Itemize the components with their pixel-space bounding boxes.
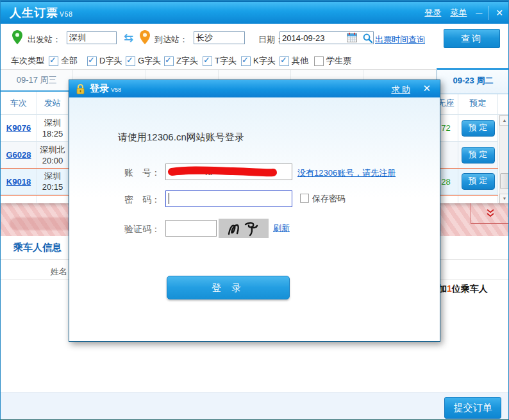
book-button[interactable]: 预 定: [462, 120, 495, 137]
date-tab-0[interactable]: 09-17 周三: [1, 70, 73, 90]
filter-checkbox-other[interactable]: ✓其他: [280, 55, 308, 67]
partial-row: [1, 196, 37, 203]
captcha-label: 验证码：: [96, 224, 160, 235]
query-button[interactable]: 查询: [444, 29, 500, 48]
col-header-book: 预定: [458, 92, 498, 115]
depart-time: 20:00: [42, 155, 63, 166]
filter-checkbox-k[interactable]: ✓K字头: [241, 55, 276, 67]
filter-checkbox-g[interactable]: ✓G字头: [126, 55, 161, 67]
account-redaction-scribble: hi 1903: [165, 164, 291, 180]
lock-icon: [76, 83, 85, 94]
search-icon: [363, 33, 372, 43]
captcha-glyphs: [219, 219, 269, 238]
captcha-input[interactable]: [165, 220, 217, 237]
filter-label: T字头: [215, 55, 237, 67]
login-dialog-version: V58: [111, 87, 121, 93]
train-number-link[interactable]: K9076: [6, 123, 31, 133]
calendar-icon[interactable]: [347, 33, 357, 42]
book-button[interactable]: 预 定: [462, 147, 495, 164]
bottom-bar: 提交订单: [1, 392, 508, 420]
checkbox-checked-icon: ✓: [203, 56, 212, 66]
login-intro-text: 请使用12306.cn网站账号登录: [118, 131, 244, 144]
book-button[interactable]: 预 定: [462, 173, 495, 190]
minimize-button[interactable]: ─: [476, 8, 482, 18]
to-label: 到达站：: [154, 34, 188, 46]
to-input[interactable]: [194, 31, 245, 44]
train-type-filter-bar: 车次类型 ✓全部 ✓D字头 ✓G字头 ✓Z字头 ✓T字头 ✓K字头 ✓其他 学生…: [1, 52, 508, 70]
help-link[interactable]: 求 助: [391, 84, 410, 96]
from-label: 出发站：: [28, 34, 61, 46]
scroll-down-button[interactable]: ▼: [499, 194, 509, 204]
col-header-from: 发站: [37, 92, 69, 115]
login-dialog-title-text: 登录: [90, 83, 109, 94]
scroll-thumb[interactable]: [500, 173, 509, 189]
titlebar-menu-link[interactable]: 菜单: [450, 7, 467, 19]
partial-row: [458, 196, 498, 203]
filter-label: G字头: [138, 55, 161, 67]
save-password-label: 保存密码: [312, 193, 346, 205]
table-scrollbar[interactable]: ▲ ▼: [499, 115, 509, 205]
login-button[interactable]: 登 录: [167, 276, 290, 299]
filter-checkbox-all[interactable]: ✓全部: [49, 55, 78, 67]
arrival-pin-icon: [140, 30, 150, 44]
login-dialog-titlebar: 登录V58 求 助 ✕: [69, 80, 440, 97]
add-passenger-link[interactable]: 加1位乘车人: [438, 283, 488, 295]
titlebar-login-link[interactable]: 登录: [424, 7, 441, 19]
login-dialog: 登录V58 求 助 ✕ 请使用12306.cn网站账号登录 账 号： hi 19…: [69, 80, 440, 342]
date-tab-active[interactable]: 09-23 周二: [437, 68, 509, 94]
depart-time: 18:25: [42, 128, 63, 139]
checkbox-unchecked-icon: [314, 56, 324, 66]
train-number-link[interactable]: K9018: [6, 177, 31, 187]
captcha-refresh-link[interactable]: 刷新: [273, 223, 290, 234]
col-header-train: 车次: [1, 92, 37, 115]
from-input[interactable]: [67, 31, 117, 44]
add-passenger-count: 1: [447, 283, 452, 294]
titlebar-actions: 登录 菜单 ─ ✕: [424, 6, 503, 20]
login-dialog-title: 登录V58: [90, 83, 121, 95]
submit-order-button[interactable]: 提交订单: [444, 397, 501, 419]
station: 深圳: [44, 171, 61, 181]
ticket-time-query-link[interactable]: 出票时间查询: [375, 34, 425, 46]
station: 深圳: [44, 117, 61, 128]
train-number-link[interactable]: G6028: [6, 150, 31, 160]
dialog-close-button[interactable]: ✕: [422, 83, 431, 94]
passenger-name-label: 姓名: [51, 266, 67, 278]
filter-checkbox-z[interactable]: ✓Z字头: [164, 55, 198, 67]
password-input[interactable]: [165, 190, 292, 207]
filter-label: 学生票: [326, 55, 351, 67]
checkbox-checked-icon: ✓: [280, 56, 289, 66]
app-window: 人生订票V58 登录 菜单 ─ ✕ 出发站： ⇆ 到达站： 日期：: [0, 0, 509, 420]
filter-label: Z字头: [176, 55, 198, 67]
app-title: 人生订票V58: [10, 5, 73, 21]
close-button[interactable]: ✕: [496, 8, 503, 18]
checkbox-checked-icon: ✓: [241, 56, 251, 66]
filter-label: 全部: [61, 55, 78, 67]
search-bar: 出发站： ⇆ 到达站： 日期： 出票时间查询 查询: [1, 24, 508, 52]
title-bar: 人生订票V58 登录 菜单 ─ ✕: [1, 1, 508, 24]
checkbox-checked-icon: ✓: [126, 56, 135, 66]
train-type-label: 车次类型: [11, 55, 44, 67]
text-caret: [169, 193, 169, 204]
scroll-up-button[interactable]: ▲: [499, 115, 509, 126]
depart-time: 20:15: [42, 181, 63, 192]
checkbox-checked-icon: ✓: [164, 56, 174, 66]
register-link[interactable]: 没有12306账号，请先注册: [297, 167, 396, 179]
station: 深圳北: [40, 144, 65, 155]
password-label: 密 码：: [96, 194, 160, 206]
add-passenger-suffix: 位乘车人: [452, 283, 488, 294]
filter-checkbox-d[interactable]: ✓D字头: [87, 55, 122, 67]
date-input[interactable]: [280, 31, 374, 44]
filter-checkbox-student[interactable]: 学生票: [314, 55, 351, 67]
checkbox-checked-icon: ✓: [87, 56, 97, 66]
titlebar-separator: [488, 6, 489, 20]
col-header-spacer: [498, 92, 509, 115]
band-expander[interactable]: [471, 203, 508, 224]
filter-checkbox-t[interactable]: ✓T字头: [203, 55, 237, 67]
app-title-text: 人生订票: [10, 6, 58, 19]
swap-stations-icon[interactable]: ⇆: [124, 31, 133, 45]
double-chevron-down-icon: [485, 209, 496, 218]
filter-label: 其他: [292, 55, 308, 67]
captcha-image[interactable]: [219, 219, 269, 238]
partial-row: [37, 196, 69, 203]
save-password-checkbox[interactable]: [300, 194, 309, 203]
